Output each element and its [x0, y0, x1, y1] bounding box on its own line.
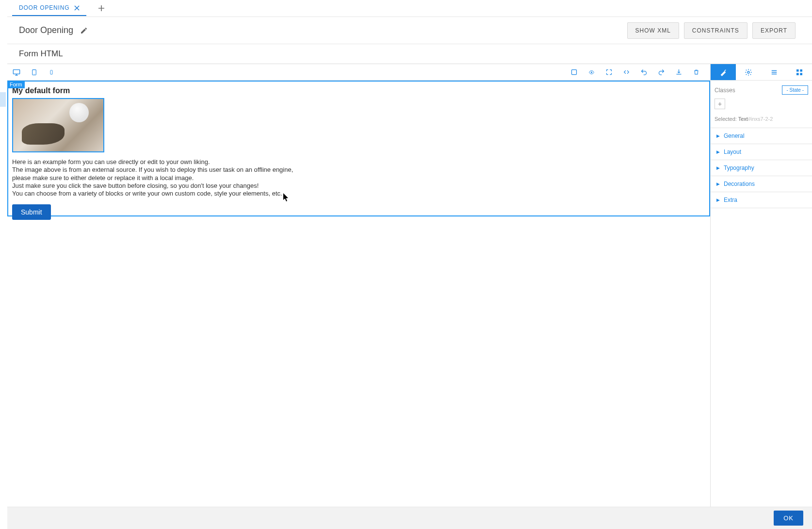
redo-icon[interactable]	[656, 67, 666, 78]
accordion-label: Layout	[724, 149, 741, 155]
download-icon[interactable]	[673, 67, 684, 78]
accordion-layout[interactable]: ▶Layout	[711, 144, 812, 160]
selected-label: Selected:	[715, 116, 737, 122]
svg-rect-5	[571, 70, 576, 75]
form-heading[interactable]: My default form	[12, 86, 705, 95]
outline-toggle-icon[interactable]	[568, 67, 579, 78]
selected-value: Text	[738, 116, 748, 122]
caret-right-icon: ▶	[716, 149, 720, 154]
title-actions: SHOW XML CONSTRAINTS EXPORT	[627, 22, 796, 39]
show-xml-button[interactable]: SHOW XML	[627, 22, 679, 39]
section-bar: Form HTML	[7, 44, 812, 64]
accordion-label: Decorations	[724, 181, 755, 187]
caret-right-icon: ▶	[716, 198, 720, 202]
form-paragraph[interactable]: Here is an example form you can use dire…	[12, 158, 705, 198]
close-tab-icon[interactable]	[74, 5, 80, 11]
canvas-actions	[568, 67, 706, 78]
title-bar: Door Opening SHOW XML CONSTRAINTS EXPORT	[7, 17, 812, 44]
editor-area: Form My default form Here is an example …	[7, 64, 812, 507]
ok-button[interactable]: OK	[774, 511, 803, 526]
pencil-icon[interactable]	[80, 27, 88, 34]
para-line-4: Just make sure you click the save button…	[12, 182, 259, 189]
svg-rect-10	[796, 73, 799, 75]
selected-indicator: Selected: Text#inxs7-2-2	[711, 113, 812, 128]
svg-point-4	[51, 73, 52, 74]
fullscreen-icon[interactable]	[603, 67, 614, 78]
form-canvas[interactable]: Form My default form Here is an example …	[7, 81, 710, 216]
form-image[interactable]	[12, 98, 104, 152]
accordion-label: Extra	[724, 197, 737, 203]
para-line-2: The image above is from an external sour…	[12, 166, 293, 173]
section-title: Form HTML	[19, 49, 800, 59]
canvas-empty-area[interactable]	[7, 216, 710, 507]
left-gutter-strip	[0, 92, 6, 107]
tablet-icon[interactable]	[29, 67, 39, 78]
accordion-typography[interactable]: ▶Typography	[711, 160, 812, 176]
svg-point-2	[33, 74, 34, 74]
style-accordion: ▶General ▶Layout ▶Typography ▶Decoration…	[711, 128, 812, 208]
form-badge: Form	[7, 81, 25, 88]
preview-icon[interactable]	[586, 67, 597, 78]
layers-icon[interactable]	[762, 64, 787, 80]
add-tab-icon[interactable]	[98, 5, 105, 12]
svg-rect-9	[800, 69, 802, 72]
caret-right-icon: ▶	[716, 165, 720, 170]
para-line-3: please make sure to either delete or rep…	[12, 174, 194, 182]
undo-icon[interactable]	[638, 67, 649, 78]
page-title: Door Opening	[19, 25, 73, 35]
selected-id: #inxs7-2-2	[748, 116, 773, 122]
svg-point-7	[747, 71, 749, 73]
device-icons	[11, 67, 57, 78]
right-panel-tabs	[711, 64, 812, 81]
blocks-icon[interactable]	[787, 64, 812, 80]
export-button[interactable]: EXPORT	[752, 22, 796, 39]
svg-rect-11	[800, 73, 802, 75]
para-line-1: Here is an example form you can use dire…	[12, 158, 210, 165]
tab-door-opening[interactable]: DOOR OPENING	[12, 0, 86, 16]
accordion-general[interactable]: ▶General	[711, 128, 812, 144]
accordion-extra[interactable]: ▶Extra	[711, 192, 812, 208]
state-dropdown[interactable]: - State -	[782, 85, 808, 95]
phone-icon[interactable]	[46, 67, 57, 78]
editor-left: Form My default form Here is an example …	[7, 64, 710, 507]
para-line-5: You can choose from a variety of blocks …	[12, 190, 282, 197]
accordion-decorations[interactable]: ▶Decorations	[711, 176, 812, 192]
style-manager-icon[interactable]	[711, 64, 736, 80]
code-icon[interactable]	[621, 67, 632, 78]
classes-label: Classes	[715, 87, 735, 94]
right-panel: Classes - State - + Selected: Text#inxs7…	[710, 64, 812, 507]
add-class-button[interactable]: +	[715, 99, 725, 109]
submit-button[interactable]: Submit	[12, 204, 51, 220]
desktop-icon[interactable]	[11, 67, 22, 78]
svg-point-6	[591, 71, 592, 73]
tab-label: DOOR OPENING	[19, 4, 69, 11]
classes-row: Classes - State -	[711, 81, 812, 99]
trash-icon[interactable]	[691, 67, 701, 78]
tabs-row: DOOR OPENING	[7, 0, 812, 17]
caret-right-icon: ▶	[716, 182, 720, 186]
accordion-label: Typography	[724, 165, 754, 171]
footer-bar: OK	[7, 507, 812, 529]
accordion-label: General	[724, 132, 745, 139]
caret-right-icon: ▶	[716, 133, 720, 138]
settings-icon[interactable]	[736, 64, 761, 80]
svg-rect-0	[13, 69, 19, 74]
constraints-button[interactable]: CONSTRAINTS	[684, 22, 747, 39]
svg-rect-8	[796, 69, 799, 72]
device-toolbar	[7, 64, 710, 81]
